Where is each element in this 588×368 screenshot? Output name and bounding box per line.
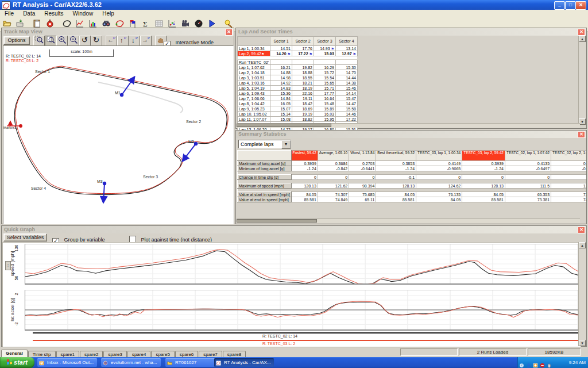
lap-row[interactable]: Lap 5, 1:04.1914.83 18.19 15.71 15.46 bbox=[238, 86, 358, 91]
graph-vscrollbar[interactable]: ▲ ▼ bbox=[578, 242, 586, 346]
summary-row[interactable]: Value at end in speed [mph]85.58174.8496… bbox=[238, 197, 587, 202]
scroll-up-icon[interactable]: ▲ bbox=[579, 242, 586, 248]
lap-row[interactable]: Lap 1, 1:07.6216.21 19.82 16.29 15.30 bbox=[238, 65, 358, 70]
scroll-up-icon[interactable]: ▲ bbox=[579, 36, 586, 42]
start-button[interactable]: start bbox=[0, 357, 34, 368]
lap-row[interactable]: Lap 3, 1:03.5114.98 18.55 15.54 14.44 bbox=[238, 75, 358, 80]
clock: 9:24 AM bbox=[569, 357, 586, 368]
map-marker-M2[interactable] bbox=[183, 142, 198, 161]
summary-column-header[interactable]: Fastest, 59.42 bbox=[291, 151, 318, 161]
pan-left-button[interactable]: ←P bbox=[106, 36, 117, 46]
pan-down-icon: ↓P bbox=[130, 35, 139, 47]
user-icon[interactable] bbox=[526, 360, 531, 365]
rotate-cw-button[interactable]: ↻ bbox=[91, 36, 102, 46]
summary-column-header[interactable]: Best theoretical, 59.32 bbox=[376, 151, 416, 161]
zoom-extents-button[interactable] bbox=[45, 36, 56, 46]
summary-row[interactable]: Maximum of long accel [g]0.39390.36840.2… bbox=[238, 161, 587, 166]
taskbar-task[interactable]: evolutionm.net - wha... bbox=[101, 358, 161, 367]
summary-header-row: Fastest, 59.42Average, 1:05.10Worst, 1:1… bbox=[238, 151, 587, 161]
lap-table-hscrollbar[interactable] bbox=[237, 123, 580, 128]
maximize-icon[interactable]: □ bbox=[565, 1, 576, 10]
quick-graph-title: Quick Graph ✕ bbox=[2, 226, 586, 233]
zoom-in-button[interactable] bbox=[56, 36, 68, 46]
hide-chevron-icon[interactable] bbox=[519, 360, 524, 365]
lap-row[interactable]: Lap 7, 1:06.0614.84 19.11 16.64 15.47 bbox=[238, 96, 358, 101]
svg-text:Marker1: Marker1 bbox=[3, 126, 17, 129]
summary-statistics-panel: Summary Statistics ✕ Complete laps ▼ Fas… bbox=[235, 130, 587, 224]
lap-row[interactable]: Lap 10, 1:05.0215.34 19.19 16.03 14.46 bbox=[238, 112, 358, 117]
svg-text:↑: ↑ bbox=[120, 37, 123, 44]
chevron-down-icon[interactable]: ▼ bbox=[281, 140, 291, 149]
start-finish-marker[interactable]: Marker1 bbox=[3, 121, 22, 129]
track-path-run2 bbox=[14, 67, 227, 195]
sector-label: Sector 1 bbox=[35, 70, 50, 74]
rotate-ccw-button[interactable]: ↺ bbox=[79, 36, 91, 46]
speed-axis-label: speed [mph] bbox=[10, 247, 15, 281]
close-icon[interactable]: ✕ bbox=[578, 227, 585, 233]
lap-row[interactable]: Lap 4, 1:03.1614.92 18.21 15.65 14.38 bbox=[238, 80, 358, 86]
scroll-down-icon[interactable]: ▼ bbox=[579, 340, 586, 346]
summary-column-header[interactable]: TESTC_02, lap 1, 1:07.62 bbox=[505, 151, 551, 161]
sector-label: Sector 3 bbox=[143, 175, 158, 179]
window-titlebar[interactable]: RT Analysis - Car/AX22/6.3.62 _ □ ✕ bbox=[0, 0, 588, 10]
close-icon[interactable]: ✕ bbox=[578, 29, 585, 36]
track-map-canvas[interactable]: scale: 100m R: TESTC_02 L: 14R: TESTC_03… bbox=[3, 45, 234, 224]
summary-row[interactable]: Minimum of long accel [g]-1.24-0.842-0.6… bbox=[238, 166, 587, 171]
close-icon[interactable]: ✕ bbox=[578, 131, 585, 138]
legend-label-run2: R: TESTC_02 L: 14 bbox=[262, 334, 297, 338]
summary-hscrollbar[interactable] bbox=[237, 218, 580, 223]
lap-row[interactable]: Lap 6, 1:09.4315.36 22.16 17.77 14.14 bbox=[238, 91, 358, 96]
close-icon[interactable]: ✕ bbox=[575, 1, 586, 10]
pan-right-button[interactable]: →P bbox=[140, 36, 152, 46]
map-marker-M3[interactable] bbox=[103, 182, 106, 202]
summary-row[interactable]: Maximum of speed [mph]128.13121.6298.394… bbox=[238, 183, 587, 189]
lap-row[interactable]: Lap 11, 1:07.0715.08 18.82 15.95 17.22 bbox=[238, 117, 358, 122]
lap-table-vscrollbar[interactable]: ▲ ▼ bbox=[578, 36, 586, 125]
summary-column-header[interactable]: TESTC_03, lap 2, 59.42 bbox=[462, 151, 505, 161]
marker-label: M2 bbox=[188, 140, 194, 144]
taskbar-task[interactable]: Inbox - Microsoft Out... bbox=[37, 358, 97, 367]
speed-tick-max: 136 bbox=[14, 245, 18, 252]
mouse-icon[interactable] bbox=[547, 360, 552, 365]
lap-filter-dropdown[interactable]: Complete laps ▼ bbox=[238, 140, 291, 148]
lat-accel-tick-min: -2 bbox=[14, 322, 18, 325]
sector-label: Sector 4 bbox=[31, 186, 46, 190]
menu-item-file[interactable]: File bbox=[0, 10, 18, 17]
zoom-region-button[interactable] bbox=[33, 36, 45, 46]
lap-row[interactable]: Lap 2, 59.42⚑14.20 ⚑17.22 ⚑15.03 12.97 ⚑ bbox=[238, 51, 358, 56]
minimize-icon[interactable]: _ bbox=[554, 1, 565, 10]
menu-item-help[interactable]: Help bbox=[98, 10, 119, 17]
menu-item-results[interactable]: Results bbox=[40, 10, 68, 17]
options-button[interactable]: Options bbox=[3, 36, 30, 45]
close-icon[interactable]: ✕ bbox=[225, 29, 233, 36]
scale-indicator: scale: 100m bbox=[49, 49, 114, 57]
taskbar-task[interactable]: RT Analysis - Car/AX... bbox=[214, 358, 274, 367]
lap-row[interactable]: Lap 9, 1:05.2315.07 18.69 15.89 15.58 bbox=[238, 106, 358, 112]
summary-column-header[interactable]: Average, 1:05.10 bbox=[318, 151, 349, 161]
pan-up-button[interactable]: ↑P bbox=[117, 36, 129, 46]
graph-area: ⁞ speed [mph] 136 56 lat accel [g] 2 -2 … bbox=[2, 242, 581, 347]
summary-column-header[interactable]: TESTC_02, lap 2, 1:04.18 bbox=[551, 151, 586, 161]
speed-plot[interactable] bbox=[25, 244, 581, 285]
zoom-out-button[interactable] bbox=[68, 36, 79, 46]
status-spacer bbox=[400, 348, 458, 356]
outlook-tray-icon[interactable] bbox=[533, 360, 538, 365]
summary-column-header[interactable]: Worst, 1:13.84 bbox=[349, 151, 376, 161]
pan-down-button[interactable]: ↓P bbox=[129, 36, 140, 46]
summary-row[interactable]: Value at start in speed [mph]84.0574.307… bbox=[238, 192, 587, 197]
lap-row[interactable]: Lap 1, 1:00.3414.51 17.76 14.93 ⚑13.14 bbox=[238, 46, 358, 51]
lap-row[interactable]: Lap 8, 1:04.4216.05 18.42 15.48 14.47 bbox=[238, 101, 358, 106]
lap-sector-times-title: Lap And Sector Times ✕ bbox=[236, 28, 586, 36]
shield-icon[interactable] bbox=[540, 360, 545, 365]
menu-item-data[interactable]: Data bbox=[18, 10, 40, 17]
menu-item-window[interactable]: Window bbox=[68, 10, 98, 17]
run-section-row[interactable]: Run 'TESTC_02' bbox=[238, 60, 358, 65]
summary-column-header[interactable]: TESTC_03, lap 1, 1:00.34 bbox=[416, 151, 462, 161]
legend-line-run2 bbox=[33, 332, 579, 334]
map-marker-M1[interactable] bbox=[120, 77, 134, 97]
lat-accel-plot[interactable] bbox=[25, 290, 581, 331]
summary-row[interactable]: Change in time slip [s]000-0.10000000 bbox=[238, 175, 587, 180]
select-variables-button[interactable]: Select Variables bbox=[3, 233, 47, 241]
lap-row[interactable]: Lap 2, 1:04.1814.88 18.88 15.72 14.70 bbox=[238, 70, 358, 75]
svg-text:P: P bbox=[124, 36, 126, 40]
